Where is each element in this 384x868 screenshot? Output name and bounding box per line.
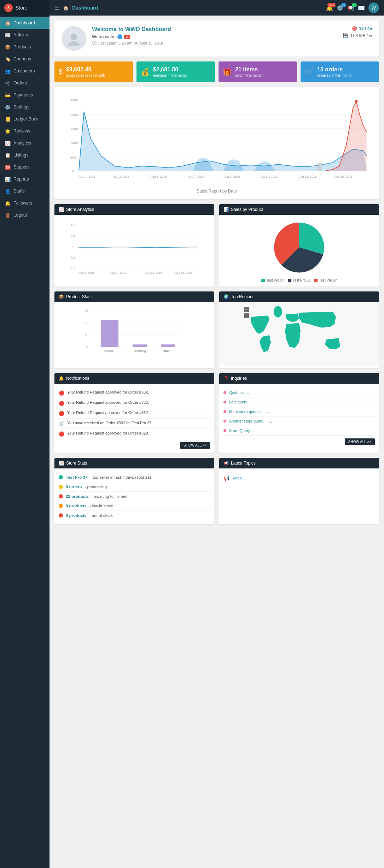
notification-item-0: 🔴Your Refund Request approved for Order … (59, 388, 210, 398)
notifications-bell[interactable]: 🔔 277 (326, 5, 333, 11)
svg-marker-28 (254, 161, 275, 171)
nav-label-reviews: Reviews (13, 129, 30, 134)
messages-icon: ✉️ (358, 5, 365, 11)
nav-icon-customers: 👥 (5, 68, 11, 74)
topbar: ☰ 🏠 Dashboard 🔔 277 ⚙️ 8 📢 9 ✉️ W (50, 0, 384, 16)
store-stat-link-4[interactable]: 0 products (66, 513, 87, 518)
topbar-title: Dashboard (72, 5, 322, 11)
settings-badge[interactable]: ⚙️ 8 (337, 5, 344, 11)
show-all-notifications-button[interactable]: SHOW ALL >> (180, 442, 210, 449)
inquiry-text-1[interactable]: Lets query ... (229, 400, 252, 404)
topic-text-0[interactable]: Aaaa ... (232, 476, 246, 480)
topic-item-0: 📢Aaaa ... (223, 473, 375, 483)
nav-label-coupons: Coupons (13, 57, 31, 61)
user-avatar[interactable]: W (368, 2, 379, 13)
nav-icon-settings: ⚙️ (5, 104, 11, 110)
store-stat-link-1[interactable]: 0 orders (66, 485, 82, 489)
sidebar-item-customers[interactable]: 👥Customers (0, 65, 50, 77)
svg-text:Aug 1, 2018: Aug 1, 2018 (79, 175, 95, 178)
inquiries-header: ❓ Inquiries (219, 373, 379, 384)
nav-label-staffs: Staffs (13, 189, 25, 194)
store-stats-icon: 📈 (59, 461, 64, 466)
svg-marker-27 (223, 159, 244, 171)
store-stat-link-2[interactable]: 22 products (66, 494, 89, 498)
product-stats-icon: 📦 (59, 294, 64, 299)
legend-dark: Test Pro 38 (288, 278, 311, 282)
stat-card-0: $ $3,602.40 gross sales in this month (54, 61, 133, 82)
sidebar-item-logout[interactable]: 🚪Logout (0, 209, 50, 221)
store-stat-link-3[interactable]: 0 products (66, 504, 87, 508)
svg-text:1.0: 1.0 (71, 223, 75, 227)
svg-text:Aug 15, 2018: Aug 15, 2018 (334, 175, 353, 178)
sidebar-item-orders[interactable]: 🛒Orders (0, 77, 50, 89)
sidebar-item-settings[interactable]: ⚙️Settings (0, 101, 50, 113)
sidebar-item-listings[interactable]: 📋Listings (0, 149, 50, 161)
notifications-panel: 🔔 Notifications 🔴Your Refund Request app… (54, 373, 214, 453)
sales-by-product-panel: 📊 Sales by Product Test Pro 37 (219, 204, 379, 287)
sidebar-item-payments[interactable]: 💳Payments (0, 89, 50, 101)
pie-chart (271, 219, 327, 276)
product-stats-title: Product Stats (66, 294, 92, 299)
nav-icon-reviews: ⭐ (5, 128, 11, 134)
inquiry-item-3: Another store query ... ... (223, 417, 375, 426)
svg-text:1000: 1000 (70, 141, 78, 145)
stat-info-3: 15 orders received in this month (317, 66, 351, 77)
store-stats-body: Test Pro 37 - top seller in last 7 days … (54, 468, 214, 524)
notif-icon-0: 🔴 (59, 390, 64, 396)
messages-badge[interactable]: ✉️ (358, 5, 365, 11)
stat-info-1: $2,681.50 earnings in this month (153, 66, 188, 77)
sidebar-item-dashboard[interactable]: 🏠Dashboard (0, 17, 50, 29)
welcome-meta: 🎯 12 / 45 💾 0.03 MB / ∞ (343, 26, 372, 40)
sidebar-item-staffs[interactable]: 👤Staffs (0, 185, 50, 197)
nav-label-products: Products (13, 45, 31, 49)
notif-text-3: You have received an Order #332 for Test… (67, 421, 152, 425)
svg-text:Aug 11, 2018: Aug 11, 2018 (110, 271, 127, 274)
notification-item-1: 🔴Your Refund Request approved for Order … (59, 398, 210, 408)
notifications-title: Notifications (66, 376, 89, 381)
notifications-body: 🔴Your Refund Request approved for Order … (54, 384, 214, 453)
svg-rect-25 (317, 163, 322, 171)
settings-count: 8 (341, 3, 346, 7)
sidebar-item-articles[interactable]: 📰Articles (0, 29, 50, 41)
home-icon[interactable]: 🏠 (63, 5, 69, 11)
latest-topics-panel: 📢 Latest Topics 📢Aaaa ... (219, 458, 379, 524)
sidebar-item-support[interactable]: 🆘Support (0, 161, 50, 173)
nav-label-listings: Listings (13, 153, 28, 158)
sidebar-item-coupons[interactable]: 🏷️Coupons (0, 53, 50, 65)
top-regions-header: 🌍 Top Regions (219, 291, 379, 302)
store-stats-title: Store Stats (66, 461, 87, 466)
announcements-badge[interactable]: 📢 9 (347, 5, 354, 11)
stat-icon-0: $ (59, 68, 63, 76)
svg-text:Aug 3, 2018: Aug 3, 2018 (113, 175, 129, 178)
inquiry-text-4[interactable]: Store Query ... ... (229, 429, 259, 433)
level-info: 🎯 12 / 45 (343, 26, 372, 31)
sidebar-item-followers[interactable]: 🔔Followers (0, 197, 50, 209)
svg-point-62 (274, 306, 282, 318)
sidebar-item-products[interactable]: 📦Products (0, 41, 50, 53)
nav-icon-logout: 🚪 (5, 212, 11, 218)
store-stats-topics-row: 📈 Store Stats Test Pro 37 - top seller i… (54, 458, 379, 524)
sidebar-item-reviews[interactable]: ⭐Reviews (0, 125, 50, 137)
store-stat-link-0[interactable]: Test Pro 37 (66, 475, 87, 479)
notif-icon-2: 🔴 (59, 411, 64, 416)
notification-item-2: 🔴Your Refund Request approved for Order … (59, 408, 210, 419)
welcome-title: Welcome to WWD Dashboard (92, 26, 337, 33)
inquiry-text-0[interactable]: Qsddms, ... (229, 390, 249, 395)
product-stats-header: 📦 Product Stats (54, 291, 214, 302)
nav-icon-coupons: 🏷️ (5, 56, 11, 62)
stat-info-2: 21 items sold in this month (235, 66, 263, 77)
inquiry-text-3[interactable]: Another store query ... ... (229, 419, 272, 423)
store-stat-desc-4: - out of stock (89, 513, 113, 518)
stat-icon-1: 💰 (141, 68, 150, 76)
show-all-inquiries-button[interactable]: SHOW ALL >> (345, 438, 375, 445)
sidebar-item-ledger-book[interactable]: 📒Ledger Book (0, 113, 50, 125)
sidebar-item-analytics[interactable]: 📈Analytics (0, 137, 50, 149)
inquiry-text-2[interactable]: More store queries ... ... (229, 409, 270, 414)
sidebar-item-reports[interactable]: 📊Reports (0, 173, 50, 185)
store-stat-item-2: 22 products - awaiting fulfillment (59, 492, 210, 501)
hamburger-icon[interactable]: ☰ (54, 5, 59, 11)
stat-card-1: 💰 $2,681.50 earnings in this month (136, 61, 215, 82)
inquiry-item-4: Store Query ... ... (223, 426, 375, 436)
storage-info: 💾 0.03 MB / ∞ (343, 33, 372, 38)
store-analytics-header: 📈 Store Analytics (54, 204, 214, 215)
